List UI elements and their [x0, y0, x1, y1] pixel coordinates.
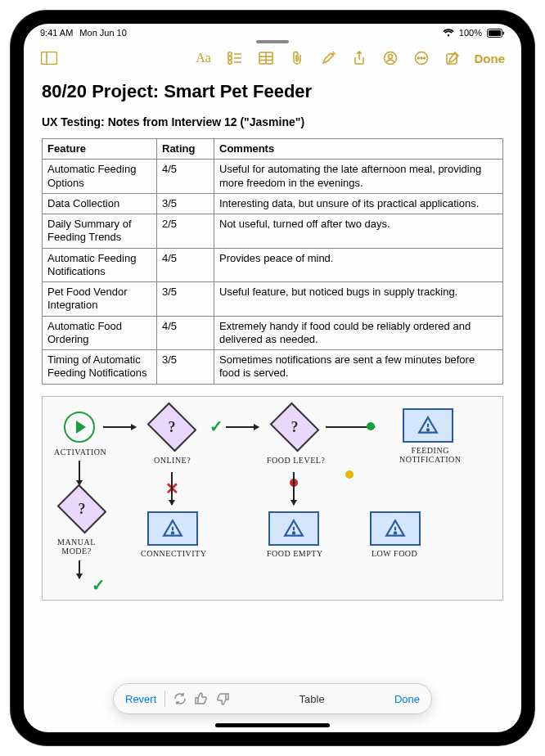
flowchart-sketch[interactable]: ACTIVATION ONLINE? ✓ FOOD LEVEL? FEEDING… — [42, 396, 503, 601]
col-feature[interactable]: Feature — [43, 139, 157, 160]
arrow-down-icon — [79, 560, 80, 578]
status-time: 9:41 AM — [40, 28, 73, 38]
more-icon[interactable] — [408, 46, 435, 70]
table-cell[interactable]: 3/5 — [157, 193, 214, 214]
table-cell[interactable]: Extremely handy if food could be reliabl… — [214, 316, 503, 350]
table-cell[interactable]: 4/5 — [157, 316, 214, 350]
screen: 9:41 AM Mon Jun 10 100% Aa — [24, 24, 521, 732]
done-button[interactable]: Done — [470, 52, 511, 65]
suggestion-bar: Revert Table Done — [113, 683, 432, 714]
battery-percent: 100% — [459, 28, 482, 38]
suggestion-label: Table — [237, 693, 386, 705]
manual-mode-node — [57, 484, 107, 533]
table-cell[interactable]: 3/5 — [157, 350, 214, 385]
svg-rect-3 — [42, 52, 57, 65]
svg-point-17 — [388, 55, 392, 59]
green-dot-icon — [367, 422, 375, 430]
table-cell[interactable]: Pet Food Vendor Integration — [43, 282, 157, 317]
multitask-indicator[interactable] — [256, 40, 289, 43]
revert-button[interactable]: Revert — [125, 693, 156, 705]
table-cell[interactable]: Timing of Automatic Feeding Notification… — [43, 350, 157, 385]
manual-mode-label: MANUAL MODE? — [57, 538, 96, 556]
food-empty-label: FOOD EMPTY — [267, 549, 323, 558]
battery-icon — [487, 29, 505, 38]
table-cell[interactable]: Not useful, turned off after two days. — [214, 214, 503, 249]
activation-label: ACTIVATION — [54, 448, 106, 457]
table-cell[interactable]: Data Collection — [43, 193, 157, 214]
online-label: ONLINE? — [154, 456, 191, 465]
status-date: Mon Jun 10 — [79, 28, 126, 38]
svg-point-15 — [332, 53, 334, 55]
feeding-notification-label: FEEDING NOTIFICATION — [399, 446, 461, 464]
sidebar-toggle-icon[interactable] — [35, 46, 63, 70]
table-row[interactable]: Data Collection3/5Interesting data, but … — [43, 193, 503, 214]
note-subtitle[interactable]: UX Testing: Notes from Interview 12 ("Ja… — [42, 115, 503, 128]
arrow-down-icon — [79, 461, 80, 485]
table-cell[interactable]: 4/5 — [157, 160, 214, 194]
arrow-icon — [226, 426, 259, 428]
table-cell[interactable]: Provides peace of mind. — [214, 248, 503, 282]
food-level-node — [270, 402, 320, 452]
col-rating[interactable]: Rating — [157, 139, 214, 160]
arrow-down-icon — [293, 472, 295, 505]
activation-node — [64, 412, 95, 443]
table-cell[interactable]: 4/5 — [157, 248, 214, 282]
col-comments[interactable]: Comments — [214, 139, 503, 160]
connectivity-node — [147, 511, 198, 546]
table-cell[interactable]: 3/5 — [157, 282, 214, 317]
table-row[interactable]: Automatic Feeding Options4/5Useful for a… — [43, 160, 503, 194]
svg-point-7 — [227, 56, 231, 60]
note-title[interactable]: 80/20 Project: Smart Pet Feeder — [42, 81, 503, 102]
food-empty-node — [268, 511, 319, 546]
status-bar: 9:41 AM Mon Jun 10 100% — [24, 24, 521, 42]
table-row[interactable]: Daily Summary of Feeding Trends2/5Not us… — [43, 214, 503, 249]
table-cell[interactable]: Automatic Feeding Notifications — [43, 248, 157, 282]
arrow-down-icon — [171, 472, 173, 505]
ipad-device-frame: 9:41 AM Mon Jun 10 100% Aa — [11, 11, 534, 745]
table-cell[interactable]: Automatic Feeding Options — [43, 160, 157, 194]
svg-point-19 — [417, 57, 419, 59]
suggestion-done-button[interactable]: Done — [394, 693, 420, 705]
share-icon[interactable] — [345, 46, 373, 70]
home-indicator[interactable] — [215, 723, 330, 727]
yellow-dot-icon — [345, 470, 354, 479]
table-row[interactable]: Automatic Feeding Notifications4/5Provid… — [43, 248, 503, 282]
check-icon: ✓ — [209, 416, 223, 436]
table-icon[interactable] — [252, 46, 280, 70]
table-row[interactable]: Automatic Food Ordering4/5Extremely hand… — [43, 316, 503, 350]
arrow-icon — [103, 426, 136, 428]
table-cell[interactable]: Useful for automating the late afternoon… — [214, 160, 503, 194]
refresh-icon[interactable] — [173, 692, 187, 705]
markup-pen-icon[interactable] — [314, 46, 342, 70]
svg-point-30 — [394, 532, 396, 533]
table-cell[interactable]: Sometimes notifications are sent a few m… — [214, 350, 503, 385]
thumbs-down-icon[interactable] — [216, 692, 229, 705]
separator — [164, 691, 165, 707]
feeding-notification-node — [403, 408, 453, 443]
feature-table[interactable]: Feature Rating Comments Automatic Feedin… — [42, 138, 503, 385]
table-cell[interactable]: Daily Summary of Feeding Trends — [43, 214, 157, 249]
food-level-label: FOOD LEVEL? — [267, 456, 325, 465]
table-cell[interactable]: 2/5 — [157, 214, 214, 249]
svg-point-26 — [172, 532, 173, 533]
check-icon: ✓ — [92, 575, 106, 595]
thumbs-up-icon[interactable] — [195, 692, 208, 705]
table-row[interactable]: Timing of Automatic Feeding Notification… — [43, 350, 503, 385]
table-cell[interactable]: Useful feature, but noticed bugs in supp… — [214, 282, 503, 317]
table-cell[interactable]: Interesting data, but unsure of its prac… — [214, 193, 503, 214]
attachment-icon[interactable] — [283, 46, 311, 70]
svg-point-5 — [227, 52, 231, 56]
collaborate-icon[interactable] — [376, 46, 404, 70]
checklist-icon[interactable] — [221, 46, 249, 70]
compose-icon[interactable] — [439, 46, 466, 70]
table-row[interactable]: Pet Food Vendor Integration3/5Useful fea… — [43, 282, 503, 317]
text-format-icon[interactable]: Aa — [190, 46, 218, 70]
table-cell[interactable]: Automatic Food Ordering — [43, 316, 157, 350]
wifi-icon — [443, 29, 454, 37]
connectivity-label: CONNECTIVITY — [141, 549, 206, 558]
table-header-row: Feature Rating Comments — [43, 139, 503, 160]
svg-point-21 — [423, 57, 425, 59]
note-content[interactable]: 80/20 Project: Smart Pet Feeder UX Testi… — [24, 74, 521, 732]
low-food-node — [370, 511, 421, 546]
svg-rect-1 — [489, 30, 501, 36]
